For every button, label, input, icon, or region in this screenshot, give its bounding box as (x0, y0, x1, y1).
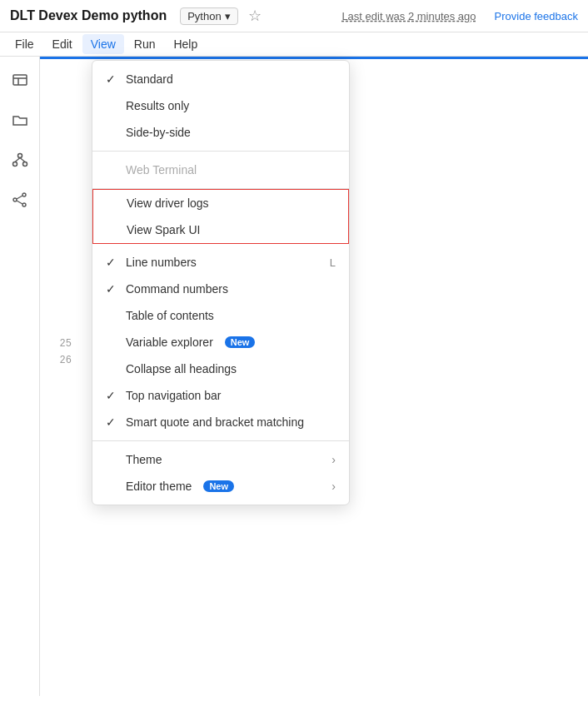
menu-file[interactable]: File (7, 34, 42, 54)
svg-line-7 (20, 158, 25, 162)
chevron-down-icon: ▾ (225, 10, 231, 22)
dropdown-section-terminal: ✓ Web Terminal (92, 152, 349, 189)
dropdown-item-table-of-contents[interactable]: ✓ Table of contents (92, 302, 349, 329)
svg-point-8 (22, 193, 26, 196)
language-selector[interactable]: Python ▾ (180, 7, 237, 25)
dropdown-label-side-by-side: Side-by-side (126, 126, 191, 139)
dropdown-label-theme: Theme (126, 453, 162, 466)
table-icon[interactable] (7, 67, 33, 93)
last-edit-label: Last edit was 2 minutes ago (341, 10, 476, 22)
new-badge-variable-explorer: New (225, 336, 256, 348)
star-icon[interactable]: ☆ (248, 7, 262, 25)
dropdown-item-top-navigation[interactable]: ✓ Top navigation bar (92, 382, 349, 409)
svg-point-4 (12, 162, 17, 167)
top-bar: DLT Devex Demo python Python ▾ ☆ Last ed… (0, 0, 588, 32)
dropdown-item-side-by-side[interactable]: ✓ Side-by-side (92, 119, 349, 146)
dropdown-label-table-of-contents: Table of contents (126, 309, 214, 322)
dropdown-item-variable-explorer[interactable]: ✓ Variable explorer New (92, 329, 349, 355)
check-icon: ✓ (106, 389, 119, 402)
dropdown-item-view-driver-logs[interactable]: ✓ View driver logs (93, 190, 348, 216)
chevron-right-icon-editor-theme: › (331, 480, 336, 493)
check-icon: ✓ (106, 72, 119, 86)
menu-edit[interactable]: Edit (44, 34, 81, 54)
svg-point-9 (13, 198, 17, 201)
dropdown-label-view-spark-ui: View Spark UI (127, 223, 200, 236)
view-dropdown-menu: ✓ Standard ✓ Results only ✓ Side-by-side… (92, 60, 350, 505)
language-label: Python (187, 10, 221, 22)
dropdown-label-command-numbers: Command numbers (126, 282, 228, 296)
dropdown-item-editor-theme[interactable]: ✓ Editor theme New › (92, 473, 349, 500)
new-badge-editor-theme: New (203, 480, 234, 492)
dropdown-section-driver: ✓ View driver logs ✓ View Spark UI (92, 189, 349, 244)
dropdown-item-view-spark-ui[interactable]: ✓ View Spark UI (93, 216, 348, 243)
dropdown-label-results-only: Results only (126, 99, 189, 112)
dropdown-label-top-navigation: Top navigation bar (126, 389, 221, 402)
dropdown-item-theme[interactable]: ✓ Theme › (92, 446, 349, 473)
dropdown-item-line-numbers[interactable]: ✓ Line numbers L (92, 249, 349, 276)
dropdown-label-smart-quote: Smart quote and bracket matching (126, 415, 304, 429)
dropdown-item-standard[interactable]: ✓ Standard (92, 66, 349, 92)
dropdown-label-editor-theme: Editor theme (126, 480, 192, 493)
shortcut-line-numbers: L (330, 256, 336, 269)
menu-run[interactable]: Run (126, 34, 164, 54)
dropdown-section-viewmodes: ✓ Standard ✓ Results only ✓ Side-by-side (92, 61, 349, 152)
svg-line-11 (17, 196, 22, 199)
check-icon: ✓ (106, 415, 119, 429)
left-sidebar (0, 57, 40, 696)
share-icon[interactable] (7, 186, 33, 213)
svg-point-3 (17, 154, 22, 158)
dropdown-section-theme: ✓ Theme › ✓ Editor theme New › (92, 441, 349, 505)
dropdown-label-line-numbers: Line numbers (126, 256, 197, 269)
svg-point-10 (22, 203, 26, 206)
dropdown-label-variable-explorer: Variable explorer (126, 336, 213, 349)
dropdown-item-smart-quote[interactable]: ✓ Smart quote and bracket matching (92, 409, 349, 435)
dropdown-label-standard: Standard (126, 72, 173, 86)
dropdown-label-view-driver-logs: View driver logs (127, 196, 209, 210)
schema-icon[interactable] (7, 147, 33, 173)
app-title: DLT Devex Demo python (10, 8, 167, 23)
menu-bar: File Edit View Run Help (0, 32, 588, 57)
provide-feedback-link[interactable]: Provide feedback (495, 10, 578, 22)
dropdown-section-display: ✓ Line numbers L ✓ Command numbers ✓ Tab… (92, 244, 349, 441)
folder-icon[interactable] (7, 107, 33, 133)
svg-rect-0 (13, 75, 27, 85)
svg-line-12 (17, 201, 22, 204)
check-icon: ✓ (106, 256, 119, 269)
dropdown-label-collapse-headings: Collapse all headings (126, 362, 237, 375)
svg-line-6 (15, 158, 20, 162)
dropdown-item-web-terminal: ✓ Web Terminal (92, 157, 349, 183)
menu-help[interactable]: Help (165, 34, 206, 54)
svg-point-5 (22, 162, 27, 167)
check-icon: ✓ (106, 282, 119, 296)
chevron-right-icon-theme: › (331, 453, 336, 466)
dropdown-item-collapse-headings[interactable]: ✓ Collapse all headings (92, 355, 349, 382)
dropdown-item-command-numbers[interactable]: ✓ Command numbers (92, 276, 349, 302)
dropdown-label-web-terminal: Web Terminal (126, 163, 197, 176)
menu-view[interactable]: View (82, 34, 124, 54)
dropdown-item-results-only[interactable]: ✓ Results only (92, 92, 349, 119)
